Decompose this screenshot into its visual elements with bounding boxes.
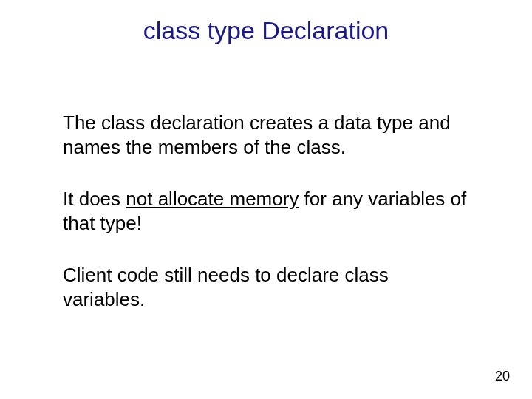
paragraph-2-pre: It does bbox=[63, 188, 126, 210]
slide-body: The class declaration creates a data typ… bbox=[63, 111, 469, 339]
slide-title: class type Declaration bbox=[0, 16, 532, 45]
paragraph-2-underlined: not allocate memory bbox=[126, 188, 299, 210]
paragraph-3: Client code still needs to declare class… bbox=[63, 263, 469, 311]
paragraph-2: It does not allocate memory for any vari… bbox=[63, 187, 469, 235]
slide: class type Declaration The class declara… bbox=[0, 0, 532, 399]
page-number: 20 bbox=[495, 369, 510, 384]
paragraph-1: The class declaration creates a data typ… bbox=[63, 111, 469, 159]
